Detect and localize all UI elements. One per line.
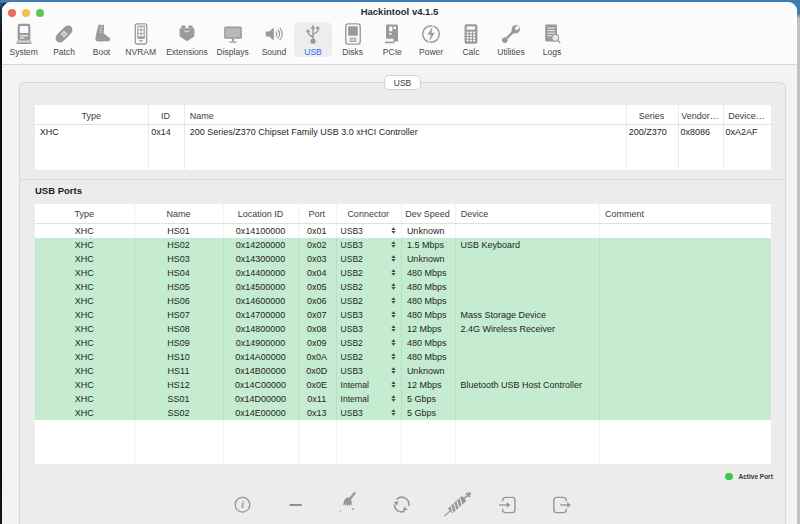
svg-text:i: i	[241, 499, 244, 510]
